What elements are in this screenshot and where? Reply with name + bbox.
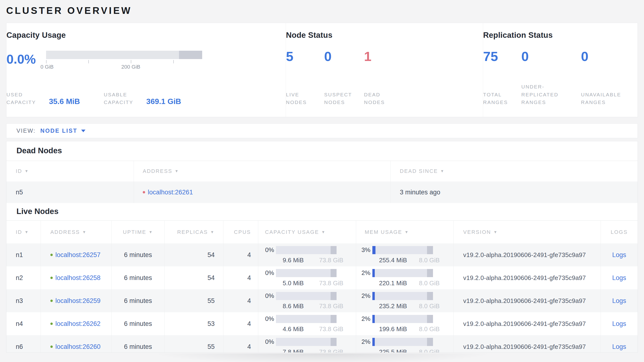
capacity-usage-cell: 0% 4.6 MiB 73.8 GiB bbox=[258, 315, 356, 333]
unavailable-ranges-value: 0 bbox=[581, 50, 634, 63]
logs-link[interactable]: Logs bbox=[612, 274, 626, 282]
node-address-link[interactable]: localhost:26259 bbox=[56, 297, 100, 305]
unavailable-ranges-stat: 0 UNAVAILABLE RANGES bbox=[581, 50, 634, 106]
col-id-header[interactable]: ID ▼ bbox=[6, 221, 41, 243]
dead-nodes-heading: Dead Nodes bbox=[6, 141, 638, 161]
capacity-used-value: 7.8 MiB bbox=[282, 348, 304, 353]
mem-mini-bar bbox=[372, 315, 433, 323]
capacity-stats: USED CAPACITY 35.6 MiB USABLE CAPACITY 3… bbox=[6, 91, 286, 106]
view-dropdown[interactable]: NODE LIST bbox=[40, 127, 77, 134]
node-id: n1 bbox=[16, 251, 23, 259]
mem-usage-cell: 2% 220.1 MiB 8.0 GiB bbox=[356, 269, 453, 287]
sort-desc-icon: ▼ bbox=[210, 230, 214, 234]
dead-node-address-link[interactable]: localhost:26261 bbox=[148, 189, 193, 196]
mem-used-value: 235.2 MiB bbox=[379, 302, 407, 310]
node-id: n6 bbox=[16, 343, 23, 350]
node-replicas: 55 bbox=[208, 343, 214, 350]
used-capacity-label: USED CAPACITY bbox=[6, 91, 42, 106]
replication-status-section: Replication Status 75 TOTAL RANGES 0 UND… bbox=[483, 23, 638, 117]
dead-col-deadsince-header[interactable]: DEAD SINCE ▼ bbox=[390, 161, 638, 182]
node-version: v19.2.0-alpha.20190606-2491-gfe735c9a97 bbox=[463, 297, 586, 305]
live-nodes-body: n1 localhost:26257 6 minutes 54 4 0% 9.6… bbox=[6, 243, 638, 353]
live-nodes-value: 5 bbox=[286, 50, 324, 63]
col-capacity-label: CAPACITY USAGE bbox=[265, 229, 319, 235]
col-uptime-header[interactable]: UPTIME ▼ bbox=[112, 221, 165, 243]
capacity-total-value: 73.8 GiB bbox=[319, 257, 343, 264]
axis-tick bbox=[131, 60, 131, 63]
capacity-usage-title: Capacity Usage bbox=[6, 31, 286, 40]
sort-desc-icon: ▼ bbox=[149, 230, 153, 234]
axis-tick bbox=[46, 60, 46, 63]
dead-col-id-header[interactable]: ID ▼ bbox=[6, 161, 134, 182]
node-cpus: 4 bbox=[247, 343, 251, 350]
table-row: n2 localhost:26258 6 minutes 54 4 0% 5.0… bbox=[6, 266, 638, 289]
mem-usage-cell: 2% 199.6 MiB 8.0 GiB bbox=[356, 315, 453, 333]
node-address-link[interactable]: localhost:26258 bbox=[56, 274, 100, 282]
bar-reserved-segment bbox=[427, 338, 433, 346]
col-memusage-header[interactable]: MEM USAGE ▼ bbox=[356, 221, 454, 243]
col-memusage-label: MEM USAGE bbox=[365, 229, 402, 235]
table-row: n6 localhost:26260 6 minutes 55 4 0% 7.8… bbox=[6, 335, 638, 353]
view-label: VIEW: bbox=[16, 127, 36, 134]
capacity-used-value: 4.6 MiB bbox=[282, 325, 304, 333]
capacity-percent: 0% bbox=[258, 292, 274, 300]
node-status-section: Node Status 5 LIVE NODES 0 SUSPECT NODES… bbox=[286, 23, 483, 117]
mem-used-value: 220.1 MiB bbox=[379, 279, 407, 287]
capacity-total-value: 73.8 GiB bbox=[319, 279, 343, 287]
col-version-label: VERSION bbox=[463, 229, 491, 235]
capacity-percent: 0% bbox=[258, 269, 274, 277]
mem-total-value: 8.0 GiB bbox=[419, 302, 440, 310]
node-version: v19.2.0-alpha.20190606-2491-gfe735c9a97 bbox=[463, 320, 586, 327]
capacity-used-value: 8.6 MiB bbox=[282, 302, 304, 310]
logs-link[interactable]: Logs bbox=[612, 320, 626, 327]
logs-link[interactable]: Logs bbox=[612, 297, 626, 305]
col-version-header[interactable]: VERSION ▼ bbox=[454, 221, 601, 243]
sort-desc-icon: ▼ bbox=[24, 230, 29, 234]
col-address-label: ADDRESS bbox=[50, 229, 80, 235]
live-status-dot-icon bbox=[50, 277, 53, 279]
logs-link[interactable]: Logs bbox=[612, 251, 626, 259]
col-replicas-header[interactable]: REPLICAS ▼ bbox=[165, 221, 224, 243]
bar-used-segment bbox=[372, 246, 376, 254]
mem-total-value: 8.0 GiB bbox=[419, 325, 440, 333]
capacity-mini-bar bbox=[276, 246, 336, 254]
logs-link[interactable]: Logs bbox=[612, 343, 626, 350]
col-address-header[interactable]: ADDRESS ▼ bbox=[41, 221, 112, 243]
dead-node-id: n5 bbox=[16, 189, 23, 196]
node-version: v19.2.0-alpha.20190606-2491-gfe735c9a97 bbox=[463, 251, 586, 259]
node-uptime: 6 minutes bbox=[124, 297, 152, 305]
bar-reserved-segment bbox=[330, 315, 336, 323]
mem-percent: 2% bbox=[356, 338, 370, 345]
dead-nodes-value: 1 bbox=[364, 50, 416, 63]
bar-reserved-segment bbox=[330, 338, 336, 346]
bar-reserved-segment bbox=[330, 246, 336, 254]
mem-usage-cell: 3% 255.4 MiB 8.0 GiB bbox=[356, 246, 453, 264]
total-ranges-label: TOTAL RANGES bbox=[483, 91, 516, 106]
capacity-percent: 0% bbox=[258, 315, 274, 322]
capacity-used-percent: 0.0% bbox=[6, 53, 46, 66]
bar-reserved-segment bbox=[427, 269, 433, 277]
node-address-link[interactable]: localhost:26260 bbox=[56, 343, 100, 350]
node-version: v19.2.0-alpha.20190606-2491-gfe735c9a97 bbox=[463, 274, 586, 282]
col-capacity-header[interactable]: CAPACITY USAGE ▼ bbox=[258, 221, 356, 243]
dead-col-address-header[interactable]: ADDRESS ▼ bbox=[134, 161, 390, 182]
chevron-down-icon[interactable] bbox=[81, 130, 86, 132]
bar-used-segment bbox=[372, 315, 375, 323]
capacity-mini-bar bbox=[276, 292, 336, 300]
live-status-dot-icon bbox=[50, 345, 53, 348]
live-nodes-header-row: ID ▼ ADDRESS ▼ UPTIME ▼ REPLICAS ▼ CPUS bbox=[6, 221, 638, 243]
node-address-link[interactable]: localhost:26257 bbox=[56, 251, 100, 259]
usable-capacity-value: 369.1 GiB bbox=[146, 97, 181, 106]
mem-total-value: 8.0 GiB bbox=[419, 348, 440, 353]
col-cpus-header[interactable]: CPUS bbox=[224, 221, 258, 243]
node-address-link[interactable]: localhost:26262 bbox=[56, 320, 100, 327]
viewport-bottom-shadow bbox=[110, 353, 535, 362]
suspect-nodes-stat: 0 SUSPECT NODES bbox=[324, 50, 364, 106]
capacity-total-value: 73.8 GiB bbox=[319, 325, 343, 333]
node-id: n3 bbox=[16, 297, 23, 305]
live-nodes-heading: Live Nodes bbox=[6, 203, 638, 221]
mem-used-value: 255.4 MiB bbox=[379, 257, 407, 264]
node-uptime: 6 minutes bbox=[124, 343, 152, 350]
mem-mini-bar bbox=[372, 338, 433, 346]
cluster-summary-bar: Capacity Usage 0.0% 0 GiB 200 Gi bbox=[6, 23, 638, 117]
